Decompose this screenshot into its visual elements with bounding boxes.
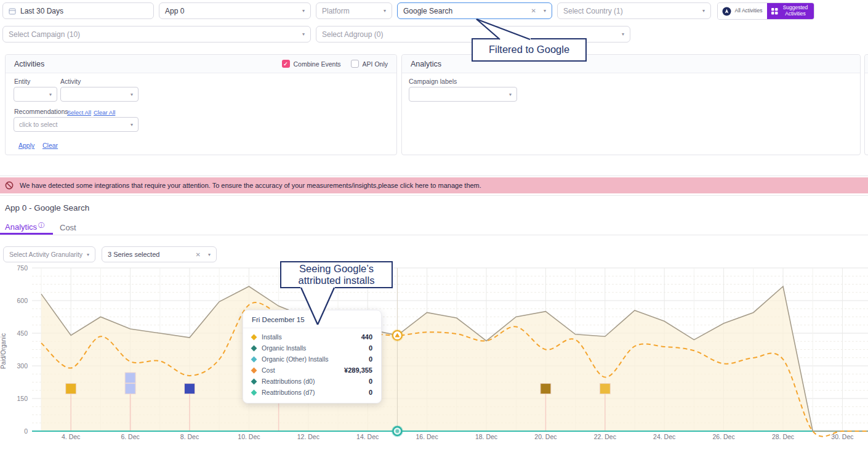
integration-alert[interactable]: We have detected some integrations that … (0, 177, 868, 193)
recommendations-label: Recommendations (14, 108, 68, 115)
combine-events-label: Combine Events (294, 60, 341, 68)
clear-source-icon[interactable]: ✕ (531, 7, 536, 14)
activity-label: Activity (60, 78, 81, 85)
tooltip-row: Reattributions (d0)0 (243, 376, 381, 387)
tooltip-row: Cost¥289,355 (243, 365, 381, 376)
apply-link[interactable]: Apply (18, 142, 34, 149)
chevron-down-icon: ▾ (380, 8, 386, 14)
platform-select[interactable]: Platform ▾ (316, 2, 392, 19)
svg-text:12. Dec: 12. Dec (297, 433, 319, 440)
tab-analytics-label: Analytics (5, 222, 37, 232)
recommendation-marker[interactable] (66, 384, 76, 394)
svg-text:6. Dec: 6. Dec (121, 433, 139, 440)
recommendation-marker[interactable] (125, 384, 135, 394)
series-select[interactable]: 3 Series selected ✕ ▾ (102, 246, 217, 262)
combine-events-checkbox[interactable]: ✓ Combine Events (282, 60, 341, 68)
tooltip-series-value: 0 (369, 389, 372, 396)
app-value: App 0 (165, 7, 184, 15)
recommendation-marker[interactable] (185, 384, 195, 394)
svg-text:150: 150 (17, 395, 28, 402)
api-only-checkbox[interactable]: API Only (351, 60, 388, 68)
chevron-down-icon: ▾ (699, 8, 705, 14)
analytics-chart[interactable]: 01503004506007504. Dec6. Dec8. Dec10. De… (0, 265, 868, 447)
date-range-select[interactable]: Last 30 Days (2, 2, 154, 19)
tooltip-row: Reattributions (d7)0 (243, 387, 381, 398)
report-title: App 0 - Google Search (5, 203, 89, 212)
country-placeholder: Select Country (1) (563, 7, 623, 15)
svg-text:0: 0 (24, 427, 28, 435)
country-select[interactable]: Select Country (1) ▾ (557, 2, 711, 19)
svg-text:450: 450 (17, 330, 28, 337)
callout-filtered-to-google: Filtered to Google (472, 38, 587, 62)
clear-link[interactable]: Clear (42, 142, 58, 149)
installs-area (41, 286, 868, 431)
svg-text:30. Dec: 30. Dec (831, 433, 853, 440)
svg-text:26. Dec: 26. Dec (713, 433, 735, 440)
svg-text:Paid/Organic: Paid/Organic (0, 333, 7, 369)
chart-tooltip: Fri December 15 Installs440Organic Insta… (243, 310, 382, 403)
source-select[interactable]: Google Search ✕ ▾ (397, 2, 552, 19)
suggested-activities-button[interactable]: Suggested Activities (767, 3, 814, 19)
series-diamond-icon (251, 334, 257, 340)
platform-placeholder: Platform (322, 7, 350, 15)
recommendations-select[interactable]: click to select ▾ (14, 117, 139, 132)
clear-all-link[interactable]: Clear All (94, 109, 115, 116)
all-activities-icon (722, 7, 731, 16)
svg-text:22. Dec: 22. Dec (594, 433, 616, 440)
activities-panel: Activities ✓ Combine Events API Only Ent… (5, 54, 397, 155)
campaign-placeholder: Select Campaign (10) (9, 30, 80, 39)
entity-select[interactable]: ▾ (14, 87, 57, 102)
activity-select[interactable]: ▾ (60, 87, 139, 102)
recommendation-marker[interactable] (600, 384, 610, 394)
series-diamond-icon (251, 356, 257, 362)
campaign-labels-label: Campaign labels (409, 78, 457, 85)
campaign-select[interactable]: Select Campaign (10) ▾ (2, 26, 311, 42)
chevron-down-icon: ▾ (49, 92, 52, 97)
svg-text:10. Dec: 10. Dec (238, 433, 260, 440)
svg-text:600: 600 (17, 297, 28, 304)
adgroup-placeholder: Select Adgroup (0) (322, 30, 383, 39)
svg-text:20. Dec: 20. Dec (534, 433, 557, 440)
svg-text:16. Dec: 16. Dec (416, 433, 438, 440)
svg-text:300: 300 (17, 362, 28, 370)
app-select[interactable]: App 0 ▾ (159, 2, 311, 19)
series-diamond-icon (251, 345, 257, 351)
svg-text:4. Dec: 4. Dec (62, 433, 80, 440)
info-icon[interactable]: ⓘ (38, 222, 44, 229)
tooltip-series-value: 0 (369, 344, 372, 352)
callout-seeing-installs: Seeing Google’s attributed installs (280, 261, 393, 288)
tab-cost[interactable]: Cost (60, 223, 76, 232)
analytics-panel: Analytics Campaign labels ▾ (401, 54, 861, 155)
activities-panel-header: Activities ✓ Combine Events API Only (6, 55, 396, 73)
tabbar-divider (0, 235, 868, 235)
svg-text:24. Dec: 24. Dec (653, 433, 675, 440)
svg-text:8. Dec: 8. Dec (180, 433, 199, 440)
recommendation-marker[interactable] (125, 373, 135, 383)
granularity-placeholder: Select Activity Granularity (9, 251, 82, 258)
activities-panel-title: Activities (14, 60, 44, 68)
activities-toggle: All Activities Suggested Activities (717, 2, 814, 20)
recommendations-placeholder: click to select (19, 121, 57, 128)
svg-text:750: 750 (17, 265, 28, 272)
chevron-down-icon: ▾ (299, 31, 305, 37)
tooltip-date: Fri December 15 (243, 310, 381, 328)
tab-analytics[interactable]: Analyticsⓘ (5, 222, 44, 232)
recommendation-marker[interactable] (540, 384, 551, 394)
chevron-down-icon: ▾ (509, 92, 512, 97)
granularity-select[interactable]: Select Activity Granularity ▾ (3, 246, 95, 262)
tooltip-row: Organic (Other) Installs0 (243, 354, 381, 365)
calendar-icon (9, 7, 16, 15)
clear-series-icon[interactable]: ✕ (196, 251, 201, 258)
select-all-link[interactable]: Select All (67, 109, 91, 116)
campaign-labels-select[interactable]: ▾ (409, 87, 517, 102)
all-activities-button[interactable]: All Activities (718, 3, 767, 19)
tooltip-series-value: 0 (369, 355, 372, 363)
page: Last 30 Days App 0 ▾ Platform ▾ Google S… (0, 0, 868, 449)
svg-text:18. Dec: 18. Dec (475, 433, 497, 440)
tooltip-series-label: Organic (Other) Installs (262, 355, 329, 363)
chevron-down-icon: ▾ (299, 8, 305, 14)
tooltip-series-label: Reattributions (d0) (262, 378, 315, 385)
tooltip-series-value: ¥289,355 (344, 366, 372, 374)
chevron-down-icon: ▾ (618, 31, 624, 37)
chevron-down-icon: ▾ (536, 8, 546, 14)
